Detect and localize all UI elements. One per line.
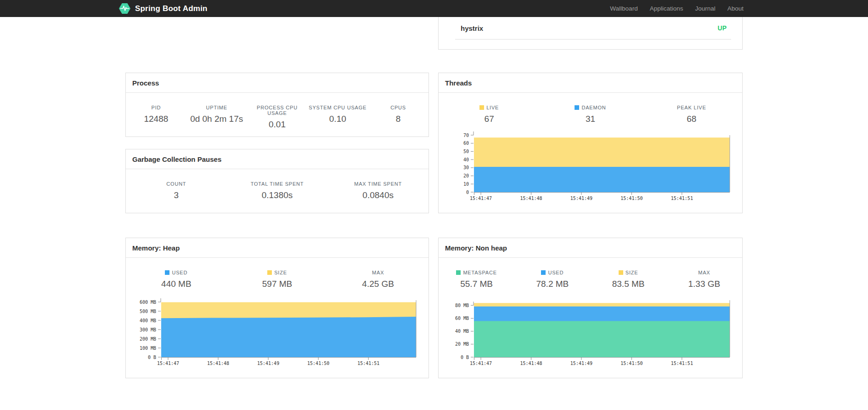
metric-label: LIVE <box>439 105 540 110</box>
metric-value: 55.7 MB <box>439 279 514 289</box>
metric-metaspace: METASPACE55.7 MB <box>439 270 514 289</box>
metric-peak-live: PEAK LIVE68 <box>641 105 742 124</box>
status-badge: UP <box>718 24 731 32</box>
panel-title-heap: Memory: Heap <box>126 238 428 258</box>
panel-title-process: Process <box>126 73 428 93</box>
svg-text:70: 70 <box>463 133 469 138</box>
svg-text:15:41:49: 15:41:49 <box>570 196 592 201</box>
process-panel: Process PID12488UPTIME0d 0h 2m 17sPROCES… <box>125 73 429 137</box>
legend-swatch-icon <box>575 105 579 110</box>
legend-swatch-icon <box>165 270 169 275</box>
process-stats: PID12488UPTIME0d 0h 2m 17sPROCESS CPU US… <box>126 93 428 130</box>
svg-text:30: 30 <box>463 165 469 170</box>
svg-text:15:41:50: 15:41:50 <box>620 196 643 201</box>
heap-chart: 0 B100 MB200 MB300 MB400 MB500 MB600 MB1… <box>126 289 428 368</box>
navbar: Spring Boot Admin WallboardApplicationsJ… <box>0 0 868 17</box>
metric-process-cpu-usage: PROCESS CPU USAGE0.01 <box>247 105 308 130</box>
metric-value: 0.01 <box>247 120 308 130</box>
legend-swatch-icon <box>456 270 461 275</box>
metric-value: 31 <box>540 114 641 124</box>
heap-area-chart: 0 B100 MB200 MB300 MB400 MB500 MB600 MB1… <box>135 296 420 366</box>
metric-label: SIZE <box>591 270 666 275</box>
svg-text:15:41:50: 15:41:50 <box>620 361 643 366</box>
svg-text:60 MB: 60 MB <box>455 316 469 321</box>
panel-title-threads: Threads <box>439 73 742 93</box>
nav-link-about[interactable]: About <box>721 5 750 12</box>
metric-max: MAX4.25 GB <box>327 270 428 289</box>
metric-label: CPUS <box>368 105 428 110</box>
panel-title-nonheap: Memory: Non heap <box>439 238 742 258</box>
metric-label: COUNT <box>126 181 227 187</box>
nav-link-journal[interactable]: Journal <box>689 5 721 12</box>
svg-text:0: 0 <box>466 190 469 195</box>
metric-value: 3 <box>126 190 227 200</box>
empty-left-space <box>125 17 429 50</box>
metric-used: USED78.2 MB <box>514 270 590 289</box>
metric-pid: PID12488 <box>126 105 186 130</box>
brand[interactable]: Spring Boot Admin <box>118 2 208 15</box>
svg-text:15:41:48: 15:41:48 <box>207 361 229 366</box>
metric-value: 0.10 <box>307 114 368 124</box>
metric-value: 8 <box>368 114 428 124</box>
application-status-panel: hystrix UP <box>438 17 743 50</box>
svg-text:15:41:51: 15:41:51 <box>671 361 693 366</box>
application-name: hystrix <box>455 24 483 32</box>
svg-text:60: 60 <box>463 141 469 146</box>
svg-text:600 MB: 600 MB <box>140 300 156 305</box>
metric-label: MAX <box>666 270 742 275</box>
svg-text:15:41:48: 15:41:48 <box>520 361 542 366</box>
nonheap-area-chart: 0 B20 MB40 MB60 MB80 MB15:41:4715:41:481… <box>447 296 733 366</box>
metric-label: DAEMON <box>540 105 641 110</box>
svg-text:40: 40 <box>463 157 469 162</box>
metric-value: 67 <box>439 114 540 124</box>
metric-uptime: UPTIME0d 0h 2m 17s <box>186 105 247 130</box>
metric-label: PEAK LIVE <box>641 105 742 110</box>
svg-text:100 MB: 100 MB <box>140 346 156 351</box>
metric-size: SIZE83.5 MB <box>591 270 666 289</box>
metric-value: 440 MB <box>126 279 227 289</box>
svg-text:15:41:49: 15:41:49 <box>570 361 592 366</box>
metric-value: 0d 0h 2m 17s <box>186 114 247 124</box>
metric-label: PROCESS CPU USAGE <box>247 105 308 116</box>
svg-text:0 B: 0 B <box>461 355 469 360</box>
metric-used: USED440 MB <box>126 270 227 289</box>
svg-text:40 MB: 40 MB <box>455 329 469 334</box>
metric-value: 0.0840s <box>327 190 428 200</box>
metric-label: USED <box>126 270 227 275</box>
metric-count: COUNT3 <box>126 181 227 200</box>
svg-text:500 MB: 500 MB <box>140 309 156 314</box>
svg-text:15:41:47: 15:41:47 <box>157 361 179 366</box>
metric-label: SIZE <box>227 270 328 275</box>
metric-size: SIZE597 MB <box>227 270 328 289</box>
svg-text:400 MB: 400 MB <box>140 318 156 323</box>
legend-swatch-icon <box>619 270 623 275</box>
gc-stats: COUNT3TOTAL TIME SPENT0.1380sMAX TIME SP… <box>126 169 428 200</box>
panel-title-gc: Garbage Collection Pauses <box>126 149 428 169</box>
metric-live: LIVE67 <box>439 105 540 124</box>
svg-text:15:41:49: 15:41:49 <box>257 361 279 366</box>
nav-link-wallboard[interactable]: Wallboard <box>604 5 643 12</box>
memory-nonheap-panel: Memory: Non heap METASPACE55.7 MBUSED78.… <box>438 238 743 378</box>
nav-link-applications[interactable]: Applications <box>644 5 689 12</box>
nonheap-chart: 0 B20 MB40 MB60 MB80 MB15:41:4715:41:481… <box>439 289 742 368</box>
svg-text:20: 20 <box>463 173 469 178</box>
metric-label: TOTAL TIME SPENT <box>227 181 328 187</box>
metric-label: UPTIME <box>186 105 247 110</box>
legend-swatch-icon <box>479 105 484 110</box>
svg-text:15:41:48: 15:41:48 <box>520 196 542 201</box>
metric-value: 12488 <box>126 114 186 124</box>
metric-label: SYSTEM CPU USAGE <box>307 105 368 110</box>
metric-value: 0.1380s <box>227 190 328 200</box>
metric-label: USED <box>514 270 590 275</box>
threads-panel: Threads LIVE67DAEMON31PEAK LIVE68 010203… <box>438 73 743 213</box>
svg-text:15:41:47: 15:41:47 <box>470 196 492 201</box>
spring-boot-admin-logo-icon <box>118 2 131 15</box>
legend-swatch-icon <box>541 270 546 275</box>
metric-label: PID <box>126 105 186 110</box>
memory-heap-panel: Memory: Heap USED440 MBSIZE597 MBMAX4.25… <box>125 238 429 378</box>
gc-pauses-panel: Garbage Collection Pauses COUNT3TOTAL TI… <box>125 149 429 213</box>
metric-value: 1.33 GB <box>666 279 742 289</box>
threads-stats: LIVE67DAEMON31PEAK LIVE68 <box>439 93 742 124</box>
metric-label: MAX <box>327 270 428 275</box>
application-row[interactable]: hystrix UP <box>455 17 731 40</box>
